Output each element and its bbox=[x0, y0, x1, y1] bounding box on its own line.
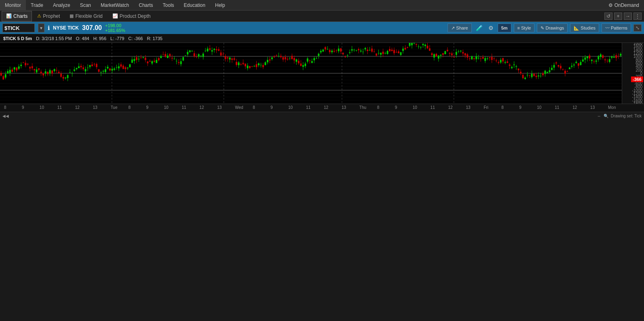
svg-rect-147 bbox=[136, 57, 137, 60]
svg-rect-157 bbox=[147, 62, 148, 63]
tab-flexible-grid[interactable]: ▦ Flexible Grid bbox=[65, 11, 107, 21]
svg-rect-35 bbox=[11, 70, 13, 72]
style-btn[interactable]: ≡ Style bbox=[514, 23, 535, 32]
svg-rect-543 bbox=[575, 62, 577, 63]
svg-rect-451 bbox=[473, 58, 475, 59]
share-btn[interactable]: ↗ Share bbox=[448, 23, 471, 32]
menu-marketwatch[interactable]: MarketWatch bbox=[96, 0, 134, 10]
svg-rect-337 bbox=[347, 55, 348, 55]
svg-rect-487 bbox=[513, 64, 515, 65]
svg-rect-441 bbox=[462, 52, 464, 53]
x-axis-label: 10 bbox=[413, 105, 417, 110]
exchange-name: NYSE TICK bbox=[53, 25, 79, 31]
tab-back-btn[interactable]: ↺ bbox=[604, 13, 612, 20]
svg-rect-125 bbox=[111, 69, 113, 71]
svg-rect-453 bbox=[475, 56, 477, 59]
symbol-bar: ▼ ℹ NYSE TICK 307.00 +198.00 +181.65% ↗ … bbox=[0, 22, 644, 34]
style-icon: ≡ bbox=[517, 26, 520, 30]
svg-rect-399 bbox=[416, 44, 417, 45]
svg-rect-549 bbox=[582, 60, 584, 62]
x-axis-label: 8 bbox=[501, 105, 504, 110]
tab-forward-btn[interactable]: → bbox=[624, 13, 632, 20]
menu-education[interactable]: Education bbox=[179, 0, 210, 10]
svg-rect-541 bbox=[573, 65, 575, 66]
symbol-input[interactable] bbox=[2, 23, 35, 32]
svg-rect-383 bbox=[398, 51, 399, 53]
svg-rect-329 bbox=[338, 49, 340, 51]
menu-tools[interactable]: Tools bbox=[158, 0, 179, 10]
timeframe-btn[interactable]: 5m bbox=[498, 23, 511, 32]
svg-rect-571 bbox=[606, 61, 608, 61]
svg-rect-143 bbox=[131, 60, 133, 63]
svg-rect-479 bbox=[505, 62, 506, 63]
zoom-icon[interactable]: 🔍 bbox=[604, 114, 608, 118]
svg-rect-255 bbox=[256, 64, 258, 67]
x-axis-label: 11 bbox=[306, 105, 310, 110]
tab-charts[interactable]: 📊 Charts bbox=[2, 11, 32, 21]
svg-rect-295 bbox=[300, 64, 302, 66]
tab-add-btn[interactable]: + bbox=[614, 13, 622, 20]
menu-ondemand[interactable]: ⚙ OnDemand bbox=[604, 0, 644, 10]
svg-rect-433 bbox=[453, 57, 455, 57]
svg-rect-103 bbox=[87, 68, 89, 68]
drawing-set-label: Drawing set: Tick bbox=[611, 114, 642, 118]
ohlc-open: O: 484 bbox=[76, 36, 89, 41]
tab-menu-btn[interactable]: ⋮ bbox=[633, 13, 642, 20]
x-axis-label: 9 bbox=[395, 105, 397, 110]
svg-rect-435 bbox=[456, 52, 457, 55]
menu-scan[interactable]: Scan bbox=[75, 0, 96, 10]
svg-rect-375 bbox=[389, 49, 391, 51]
svg-rect-105 bbox=[89, 65, 91, 67]
svg-rect-243 bbox=[243, 63, 244, 64]
svg-rect-407 bbox=[424, 45, 426, 46]
svg-rect-425 bbox=[444, 51, 446, 54]
x-axis-label: 11 bbox=[555, 105, 559, 110]
menu-analyze[interactable]: Analyze bbox=[48, 0, 75, 10]
tab-product-depth[interactable]: 📈 Product Depth bbox=[108, 11, 155, 21]
svg-rect-481 bbox=[507, 62, 508, 63]
svg-rect-211 bbox=[207, 49, 209, 51]
svg-rect-369 bbox=[382, 52, 384, 54]
menu-trade[interactable]: Trade bbox=[26, 0, 48, 10]
expand-icon[interactable]: ⤡ bbox=[633, 24, 642, 32]
svg-rect-497 bbox=[524, 78, 526, 79]
symbol-dropdown[interactable]: ▼ bbox=[38, 23, 44, 32]
menu-help[interactable]: Help bbox=[210, 0, 230, 10]
patterns-btn[interactable]: 〰 Patterns bbox=[602, 23, 631, 32]
svg-rect-121 bbox=[107, 67, 108, 68]
x-axis-label: 8 bbox=[377, 105, 380, 110]
x-axis-label: Tue bbox=[111, 105, 118, 110]
share-icon: ↗ bbox=[451, 26, 455, 31]
svg-rect-205 bbox=[200, 56, 202, 56]
x-axis-label: 9 bbox=[146, 105, 149, 110]
svg-rect-483 bbox=[509, 64, 511, 66]
charts-tab-icon: 📊 bbox=[6, 13, 12, 19]
svg-rect-503 bbox=[531, 74, 533, 77]
svg-rect-551 bbox=[584, 57, 586, 60]
crosshair-icon[interactable]: ↔ bbox=[597, 114, 601, 118]
svg-rect-557 bbox=[591, 60, 593, 61]
gear-btn[interactable]: ⚙ bbox=[487, 25, 495, 31]
svg-rect-361 bbox=[374, 51, 375, 52]
svg-rect-161 bbox=[151, 61, 153, 64]
drawings-btn[interactable]: ✎ Drawings bbox=[537, 23, 568, 32]
studies-btn[interactable]: 📐 Studies bbox=[570, 23, 599, 32]
svg-rect-179 bbox=[171, 58, 173, 59]
x-axis-label: Wed bbox=[235, 105, 243, 110]
menu-monitor[interactable]: Monitor bbox=[0, 0, 26, 10]
svg-rect-33 bbox=[9, 70, 11, 73]
svg-rect-409 bbox=[427, 46, 428, 48]
chart-canvas[interactable] bbox=[0, 43, 622, 104]
svg-rect-57 bbox=[36, 70, 38, 72]
svg-rect-393 bbox=[409, 43, 411, 46]
svg-rect-305 bbox=[311, 61, 313, 63]
tab-prophet[interactable]: ⚠ Prophet bbox=[33, 11, 64, 21]
flask-btn[interactable]: 🧪 bbox=[474, 25, 484, 31]
svg-rect-415 bbox=[433, 54, 435, 57]
scroll-left-btn[interactable]: ◀◀ bbox=[2, 114, 9, 118]
svg-rect-149 bbox=[138, 59, 139, 59]
x-axis-label: 12 bbox=[448, 105, 453, 110]
svg-rect-531 bbox=[562, 69, 564, 70]
svg-rect-339 bbox=[349, 52, 351, 53]
menu-charts[interactable]: Charts bbox=[134, 0, 158, 10]
